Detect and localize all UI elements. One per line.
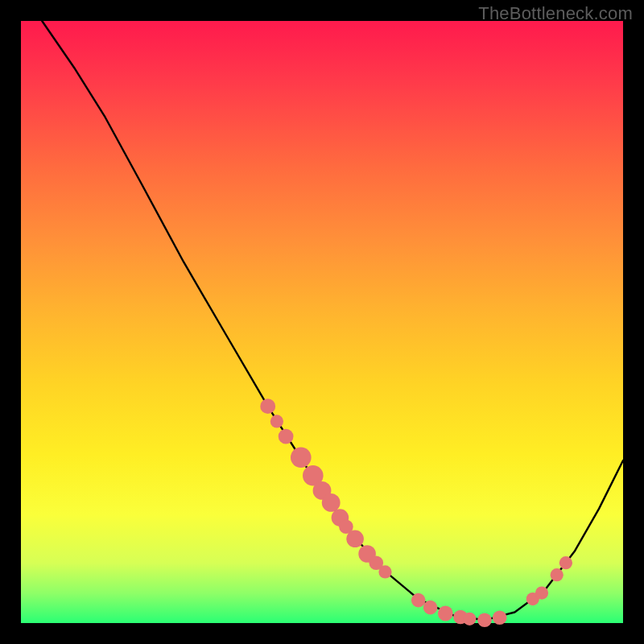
data-marker bbox=[493, 611, 507, 625]
curve-group bbox=[42, 21, 623, 620]
chart-stage: TheBottleneck.com bbox=[0, 0, 644, 644]
curve-layer bbox=[0, 0, 644, 644]
data-marker bbox=[322, 493, 341, 512]
data-marker bbox=[423, 601, 438, 615]
data-marker bbox=[270, 415, 283, 427]
data-marker bbox=[477, 613, 492, 628]
data-marker bbox=[411, 593, 426, 608]
data-marker bbox=[463, 613, 476, 625]
data-marker bbox=[279, 429, 294, 444]
data-marker bbox=[559, 556, 572, 569]
marker-group bbox=[260, 398, 572, 627]
data-marker bbox=[438, 606, 453, 621]
curve-path bbox=[42, 21, 623, 620]
data-marker bbox=[291, 448, 312, 469]
data-marker bbox=[260, 398, 275, 414]
data-marker bbox=[535, 587, 548, 600]
data-marker bbox=[346, 530, 364, 548]
data-marker bbox=[551, 568, 564, 581]
data-marker bbox=[378, 565, 391, 578]
